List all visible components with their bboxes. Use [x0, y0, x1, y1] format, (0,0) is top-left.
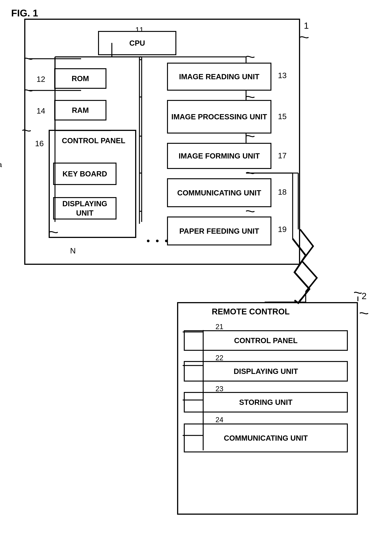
device-main-box: 11 CPU 12 ROM 14 RAM 16 CONTROL PANEL 16…: [24, 19, 300, 265]
remote-control-panel-label: CONTROL PANEL: [234, 336, 298, 345]
paper-feeding-label: PAPER FEEDING UNIT: [179, 227, 259, 236]
ram-label: RAM: [72, 106, 89, 115]
remote-control-panel-box: CONTROL PANEL: [184, 330, 348, 351]
label-18: 18: [278, 188, 287, 197]
remote-communicating-box: COMMUNICATING UNIT: [184, 424, 348, 452]
label-14: 14: [37, 106, 45, 115]
device-remote-box: REMOTE CONTROL 21 CONTROL PANEL 22 DISPL…: [177, 302, 358, 515]
label-13: 13: [278, 71, 287, 80]
remote-displaying-box: DISPLAYING UNIT: [184, 361, 348, 382]
image-reading-box: IMAGE READING UNIT: [167, 63, 271, 91]
label-device-1: 1: [304, 20, 309, 31]
label-12: 12: [37, 75, 45, 84]
remote-control-title: REMOTE CONTROL: [212, 307, 290, 316]
label-n: N: [70, 246, 76, 255]
image-forming-label: IMAGE FORMING UNIT: [179, 151, 260, 160]
image-processing-box: IMAGE PROCESSING UNIT: [167, 100, 271, 133]
displaying-unit-left-box: DISPLAYING UNIT: [53, 197, 117, 219]
rom-box: ROM: [54, 68, 107, 89]
label-16: 16: [35, 139, 44, 148]
label-16a: 16a: [0, 161, 2, 169]
label-24: 24: [215, 416, 223, 424]
ram-box: RAM: [54, 100, 107, 120]
control-panel-box: CONTROL PANEL 16a KEY BOARD 16b DISPLAYI…: [49, 130, 136, 238]
keyboard-box: KEY BOARD: [53, 163, 117, 185]
remote-storing-label: STORING UNIT: [239, 398, 293, 407]
image-reading-label: IMAGE READING UNIT: [179, 72, 259, 81]
image-forming-box: IMAGE FORMING UNIT: [167, 143, 271, 169]
label-15: 15: [278, 112, 287, 121]
label-23: 23: [215, 385, 223, 393]
image-processing-label: IMAGE PROCESSING UNIT: [171, 112, 267, 121]
paper-feeding-box: PAPER FEEDING UNIT: [167, 217, 271, 245]
figure-label: FIG. 1: [11, 7, 38, 19]
label-17: 17: [278, 151, 287, 160]
cpu-box: CPU: [98, 31, 176, 55]
control-panel-title: CONTROL PANEL: [52, 137, 135, 145]
keyboard-label: KEY BOARD: [62, 169, 107, 179]
communicating-box: COMMUNICATING UNIT: [167, 178, 271, 207]
label-21: 21: [215, 323, 223, 331]
label-device-2: 2: [362, 291, 367, 301]
ellipsis: • • •: [146, 235, 170, 246]
remote-displaying-label: DISPLAYING UNIT: [233, 367, 298, 376]
label-22: 22: [215, 354, 223, 362]
cpu-label: CPU: [129, 38, 145, 48]
communicating-label: COMMUNICATING UNIT: [177, 188, 261, 198]
rom-label: ROM: [72, 74, 89, 83]
displaying-left-label: DISPLAYING UNIT: [54, 199, 116, 218]
remote-communicating-label: COMMUNICATING UNIT: [224, 433, 308, 443]
label-19: 19: [278, 225, 287, 234]
remote-storing-box: STORING UNIT: [184, 392, 348, 412]
